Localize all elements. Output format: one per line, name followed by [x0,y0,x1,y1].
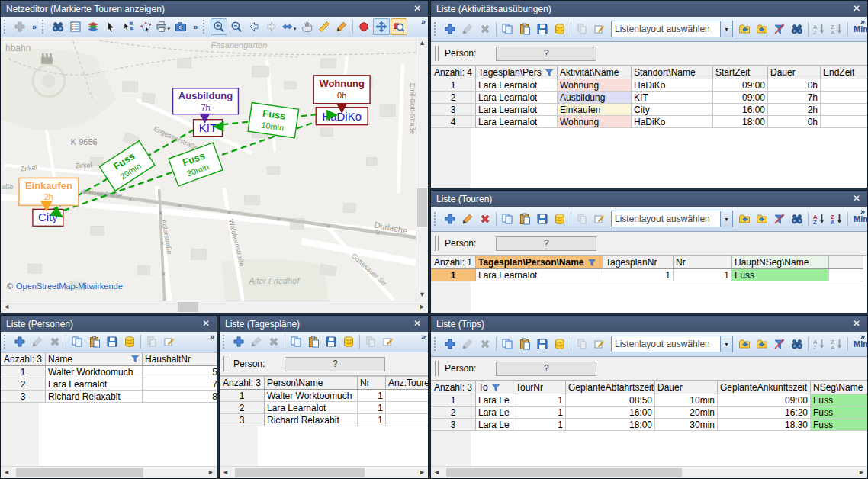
table-cell[interactable]: 2h [768,104,821,116]
zoom-in-button[interactable] [211,18,227,35]
table-cell[interactable]: 1 [386,414,429,426]
draw-button[interactable] [333,18,350,35]
row-number-cell[interactable]: 3 [220,414,265,426]
close-icon[interactable]: ✕ [412,1,423,17]
table-cell[interactable]: 09:00 [718,394,811,407]
table-cell[interactable]: 20min [655,407,718,419]
add-button[interactable] [442,21,458,37]
duplicate-button[interactable] [574,336,590,352]
zoom-window-button[interactable] [391,18,407,35]
edit-button[interactable] [29,333,46,350]
open-layout-button[interactable] [736,21,753,37]
scroll-right-button[interactable]: ► [205,467,217,478]
table-cell[interactable]: 10min [655,394,718,407]
table-cell[interactable]: 7 [143,378,217,391]
column-header[interactable]: Person\Name [265,377,358,390]
table-cell[interactable]: 1 [358,414,386,426]
table-cell[interactable]: 8 [143,391,217,403]
row-grip[interactable] [435,236,439,251]
row-number-cell[interactable]: 2 [431,92,476,104]
column-header[interactable]: Dauer [655,381,718,394]
toolbar-grip[interactable] [4,20,8,34]
column-header[interactable]: GeplanteAbfahrtszeit [566,381,655,394]
table-cell[interactable]: 18:00 [821,104,868,116]
close-icon[interactable]: ✕ [201,316,211,332]
column-header[interactable]: HaushaltNr [143,353,217,366]
select-pointer-button[interactable] [102,18,119,35]
row-number-cell[interactable]: 1 [220,390,265,402]
find-button[interactable] [789,211,805,227]
table-cell[interactable]: Lara Learnalot [476,269,603,281]
sort-descending-button[interactable] [828,211,845,227]
delete-button[interactable] [47,333,63,350]
table-cell[interactable]: 1 [513,394,566,407]
scrollbar-track[interactable] [12,467,205,478]
paste-button[interactable] [516,21,533,37]
duplicate-button[interactable] [143,333,160,350]
row-number-cell[interactable]: 3 [431,419,476,431]
toolbar-grip[interactable] [434,212,439,226]
table-cell[interactable]: 09:00 [713,92,768,104]
minimize-list-button[interactable]: Min. [850,214,868,223]
toolbar-group-overflow-button[interactable]: » [29,22,40,31]
copy-button[interactable] [69,333,85,350]
column-header[interactable]: Tagesplan\Person\Name [476,256,603,269]
edit-button[interactable] [459,336,476,352]
insert-button[interactable] [11,18,28,35]
delete-button[interactable] [265,333,282,350]
column-header[interactable]: Standort\Name [632,66,713,79]
column-header[interactable]: Aktivität\Name [558,66,632,79]
row-grip[interactable] [435,361,439,376]
table-cell[interactable]: Lara Learnalot [46,378,143,391]
table-cell[interactable]: 1 [358,390,386,402]
move-network-button[interactable] [373,18,390,35]
scrollbar-track[interactable] [231,467,416,478]
save-button[interactable] [534,21,551,37]
scroll-left-button[interactable]: ◄ [1,467,12,478]
table-cell[interactable]: 7h [768,92,821,104]
sort-descending-button[interactable] [828,21,845,37]
database-button[interactable] [551,211,568,227]
column-header[interactable]: GeplanteAnkunftszeit [718,381,811,394]
map-horizontal-scrollbar[interactable]: ◄ ► [1,301,428,313]
persons-titlebar[interactable]: Liste (Personen) ✕ [1,316,217,332]
scroll-right-button[interactable]: ► [416,467,428,478]
row-grip[interactable] [435,46,439,61]
graphic-parameters-button[interactable] [85,18,101,35]
edit-button[interactable] [459,211,476,227]
table-cell[interactable]: Wohnung [558,116,632,128]
table-cell[interactable]: HaDiKo [632,79,713,92]
chevron-down-icon[interactable]: ▾ [294,26,297,32]
layout-wizard-button[interactable] [591,211,608,227]
paste-button[interactable] [305,333,322,350]
table-cell[interactable]: 18:00 [821,116,868,128]
close-icon[interactable]: ✕ [851,191,862,207]
column-header[interactable]: Nr [358,377,386,390]
scroll-left-button[interactable]: ◄ [220,467,231,478]
save-layout-button[interactable] [754,211,770,227]
pan-button[interactable] [298,18,315,35]
toolbar-overflow-button[interactable]: » [860,17,865,26]
scroll-right-button[interactable]: ► [856,467,867,478]
scroll-left-button[interactable]: ◄ [1,301,12,313]
toolbar-grip[interactable] [42,20,47,34]
list-layout-select[interactable]: Listenlayout auswählen▾ [611,211,733,227]
database-button[interactable] [551,21,568,37]
save-button[interactable] [323,333,339,350]
person-filter-button[interactable]: ? [496,236,596,251]
copy-button[interactable] [499,336,516,352]
table-cell[interactable]: 5 [143,366,217,378]
table-cell[interactable]: 2 [386,390,429,402]
table-cell[interactable]: Fuss [811,394,868,407]
find-button[interactable] [789,21,805,37]
person-filter-button[interactable]: ? [496,47,596,61]
row-number-cell[interactable]: 1 [431,394,476,407]
column-header[interactable]: Name [46,353,143,366]
find-button[interactable] [50,18,66,35]
layout-wizard-button[interactable] [380,333,397,350]
spatial-selection-button[interactable] [137,18,154,35]
table-cell[interactable]: 18:30 [718,419,811,431]
edit-button[interactable] [248,333,265,350]
sort-ascending-button[interactable] [811,21,828,37]
table-cell[interactable]: HaDiKo [632,116,713,128]
